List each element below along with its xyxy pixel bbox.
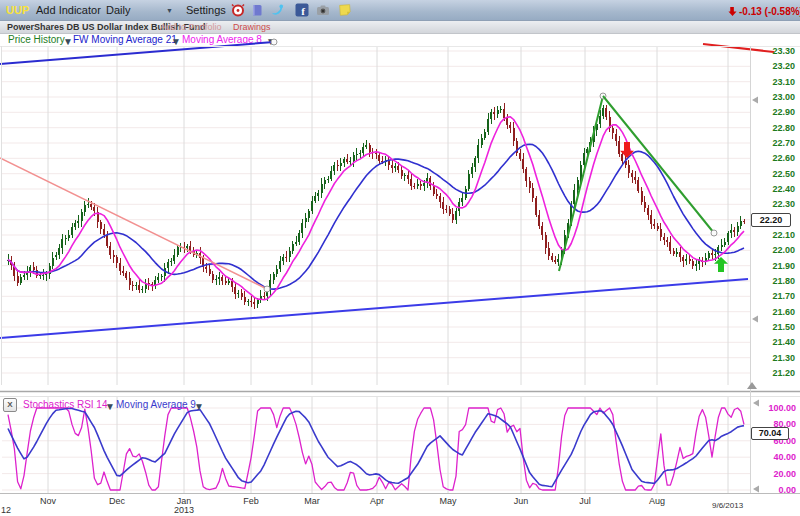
price-tick-label: 23.10 [752, 77, 795, 87]
start-year-label: 12 [1, 505, 11, 515]
price-tick-label: 21.60 [752, 307, 795, 317]
lower-channel-line[interactable] [0, 279, 748, 338]
price-tick-label: 22.70 [752, 138, 795, 148]
ma8-line [8, 117, 744, 300]
charting-app: UUP Add Indicator Daily ▼ Settings f -0.… [0, 0, 800, 516]
month-label: Dec [109, 496, 125, 506]
stoch-ma-caret-icon[interactable]: ▼ [194, 401, 204, 412]
month-label: Jul [579, 496, 591, 506]
price-tick-label: 22.40 [752, 184, 795, 194]
price-tick-label: 21.90 [752, 261, 795, 271]
price-tick-label: 22.50 [752, 169, 795, 179]
month-label: Aug [649, 496, 665, 506]
stoch-tick-label: 100.00 [750, 403, 796, 413]
price-tick-label: 21.40 [752, 337, 795, 347]
price-tick-label: 21.80 [752, 276, 795, 286]
month-label: May [439, 496, 456, 506]
salmon-downtrend-line[interactable] [0, 158, 267, 289]
stoch-tick-label: 20.00 [750, 469, 796, 479]
stoch-tick-label: 0.00 [750, 485, 796, 495]
salmon-downtrend-line-handle[interactable] [264, 286, 270, 292]
price-tick-label: 22.10 [752, 230, 795, 240]
year-label: 2013 [174, 505, 194, 515]
month-label: Jun [514, 496, 529, 506]
price-tick-label: 21.50 [752, 322, 795, 332]
close-indicator-button[interactable]: X [3, 398, 17, 412]
month-label: Feb [243, 496, 259, 506]
upper-channel-line-handle[interactable] [271, 39, 277, 45]
price-tick-label: 22.30 [752, 199, 795, 209]
stoch-line [8, 408, 744, 490]
price-tick-label: 22.80 [752, 123, 795, 133]
price-tick-label: 23.00 [752, 92, 795, 102]
upper-channel-line[interactable] [0, 42, 274, 64]
month-label: Apr [370, 496, 384, 506]
price-tick-label: 21.70 [752, 291, 795, 301]
stoch-value-box: 70.04 [751, 427, 789, 440]
price-tick-label: 22.90 [752, 107, 795, 117]
price-tick-label: 21.20 [752, 368, 795, 378]
price-tick-label: 21.30 [752, 353, 795, 363]
price-tick-label: 22.60 [752, 153, 795, 163]
price-tick-label: 23.20 [752, 61, 795, 71]
end-date-label: 9/6/2013 [712, 501, 743, 510]
chart-canvas [0, 0, 800, 516]
stoch-dropdown[interactable]: Stochastics RSI 14 [23, 399, 107, 410]
green-decline-line-handle[interactable] [711, 230, 717, 236]
stoch-caret-icon[interactable]: ▼ [105, 401, 115, 412]
green-rally-line[interactable] [559, 96, 603, 271]
price-tick-label: 22.00 [752, 245, 795, 255]
stoch-tick-label: 40.00 [750, 452, 796, 462]
scroll-up-icon[interactable] [747, 382, 757, 389]
price-tick-label: 23.30 [752, 46, 795, 56]
month-label: Mar [304, 496, 320, 506]
last-price-box: 22.20 [751, 213, 791, 227]
month-label: Nov [40, 496, 56, 506]
stoch-ma-dropdown[interactable]: Moving Average 9 [116, 399, 196, 410]
stoch-ma-line [8, 408, 744, 487]
